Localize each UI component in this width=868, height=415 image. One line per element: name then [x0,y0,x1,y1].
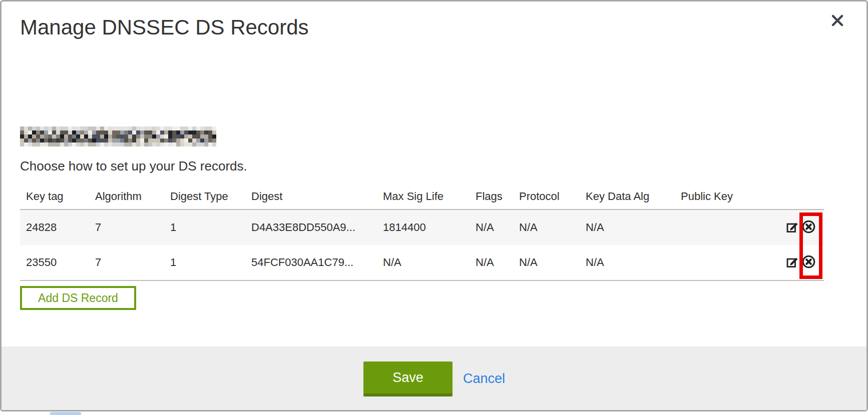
redacted-domain [20,126,216,146]
cancel-link[interactable]: Cancel [463,362,505,396]
close-button[interactable] [828,12,846,30]
cell-digest: D4A33E8DD550A9... [245,221,377,234]
table-header-row: Key tag Algorithm Digest Type Digest Max… [20,182,824,209]
close-icon [829,12,845,30]
cell-max-sig-life: 1814400 [377,221,470,234]
delete-record-button[interactable] [801,220,816,235]
cell-flags: N/A [470,221,513,234]
page: Manage DNSSEC DS Records Choose how to s… [0,0,868,415]
row-actions [775,220,824,235]
edit-icon [786,220,799,235]
col-header-digest: Digest [245,189,377,203]
edit-icon [786,256,799,270]
dialog-title: Manage DNSSEC DS Records [20,16,309,40]
cell-max-sig-life: N/A [377,256,470,269]
cell-protocol: N/A [513,256,580,269]
table-row: 24828 7 1 D4A33E8DD550A9... 1814400 N/A … [20,210,824,245]
table-row: 23550 7 1 54FCF030AA1C79... N/A N/A N/A … [20,245,824,280]
row-actions [775,256,824,270]
edit-record-button[interactable] [785,256,800,270]
delete-record-button[interactable] [801,256,816,270]
cell-key-tag: 23550 [20,256,89,269]
ds-records-table: Key tag Algorithm Digest Type Digest Max… [20,182,824,281]
background-artifact [50,412,81,415]
col-header-digest-type: Digest Type [164,189,245,203]
cell-digest-type: 1 [164,256,245,269]
col-header-key-tag: Key tag [20,189,89,203]
cell-key-tag: 24828 [20,221,89,234]
cell-key-data-alg: N/A [580,256,675,269]
cell-algorithm: 7 [89,221,164,234]
edit-record-button[interactable] [785,220,800,235]
save-button[interactable]: Save [363,362,453,396]
cell-algorithm: 7 [89,256,164,269]
add-ds-record-button[interactable]: Add DS Record [20,286,136,310]
table-body: 24828 7 1 D4A33E8DD550A9... 1814400 N/A … [20,209,824,281]
cell-flags: N/A [470,256,513,269]
col-header-flags: Flags [470,189,513,203]
col-header-max-sig-life: Max Sig Life [377,189,470,203]
dialog-footer: Save Cancel [2,346,866,410]
col-header-actions [775,196,824,196]
cell-digest: 54FCF030AA1C79... [245,256,377,269]
cell-protocol: N/A [513,221,580,234]
delete-circle-x-icon [801,220,816,235]
cell-digest-type: 1 [164,221,245,234]
instruction-text: Choose how to set up your DS records. [20,158,247,174]
delete-circle-x-icon [801,256,816,270]
col-header-protocol: Protocol [513,189,580,203]
cell-key-data-alg: N/A [580,221,675,234]
manage-dnssec-dialog: Manage DNSSEC DS Records Choose how to s… [0,0,868,412]
col-header-key-data-alg: Key Data Alg [580,189,675,203]
col-header-public-key: Public Key [675,189,775,203]
col-header-algorithm: Algorithm [89,189,164,203]
